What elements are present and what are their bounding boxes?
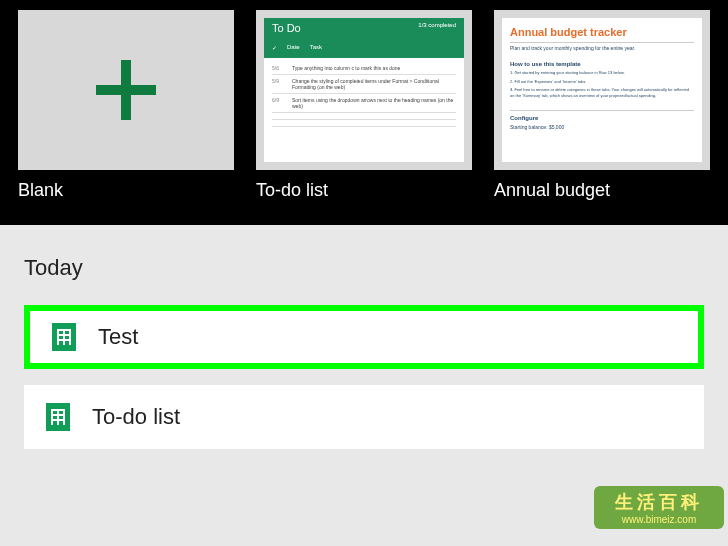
budget-preview-subtitle: Plan and track your monthly spending for… [510,45,694,51]
template-card-blank: Blank [18,10,234,201]
todo-preview-row: 6/9 Sort items using the dropdown arrows… [272,94,456,113]
todo-check-icon: ✓ [272,44,277,51]
template-gallery: Blank To Do ✓ Date Task 1/3 [0,0,728,225]
todo-preview-title: To Do [272,22,322,34]
todo-completed-count: 1/3 completed [418,22,456,28]
recent-files-section: Today Test To-do list [0,225,728,449]
template-card-todo: To Do ✓ Date Task 1/3 completed 5/6 [256,10,472,201]
template-thumb-todo[interactable]: To Do ✓ Date Task 1/3 completed 5/6 [256,10,472,170]
budget-configure-label: Configure [510,115,694,121]
budget-step: 2. Fill out the 'Expenses' and 'Income' … [510,79,694,85]
todo-preview-row [272,120,456,127]
template-thumb-blank[interactable] [18,10,234,170]
sheets-icon [52,323,76,351]
budget-preview: Annual budget tracker Plan and track you… [502,18,702,162]
template-thumb-budget[interactable]: Annual budget tracker Plan and track you… [494,10,710,170]
budget-preview-title: Annual budget tracker [510,26,694,43]
todo-col-task: Task [310,44,322,51]
template-label-blank: Blank [18,180,234,201]
file-name: Test [98,324,138,350]
budget-step: 1. Get started by entering your starting… [510,70,694,76]
file-row-todo[interactable]: To-do list [24,385,704,449]
todo-preview: To Do ✓ Date Task 1/3 completed 5/6 [264,18,464,162]
templates-row: Blank To Do ✓ Date Task 1/3 [18,10,710,201]
todo-preview-row [272,113,456,120]
todo-preview-header: To Do ✓ Date Task 1/3 completed [264,18,464,58]
template-card-budget: Annual budget tracker Plan and track you… [494,10,710,201]
template-label-budget: Annual budget [494,180,710,201]
budget-balance-value: $5,000 [549,124,564,130]
sheets-icon [46,403,70,431]
watermark: 生活百科 www.bimeiz.com [594,486,724,546]
todo-preview-row: 5/6 Type anything into column c to mark … [272,62,456,75]
todo-col-date: Date [287,44,300,51]
watermark-url: www.bimeiz.com [602,514,716,525]
budget-balance-label: Starting balance: [510,124,548,130]
template-label-todo: To-do list [256,180,472,201]
file-list: Test To-do list [24,305,704,449]
todo-preview-body: 5/6 Type anything into column c to mark … [264,58,464,131]
file-row-test[interactable]: Test [24,305,704,369]
plus-icon [96,60,156,120]
todo-preview-row: 5/9 Change the styling of completed item… [272,75,456,94]
watermark-text-cn: 生活百科 [602,490,716,514]
file-name: To-do list [92,404,180,430]
budget-howto-title: How to use this template [510,61,694,67]
section-heading-today: Today [24,255,704,281]
budget-step: 3. Feel free to rename or delete categor… [510,87,694,98]
